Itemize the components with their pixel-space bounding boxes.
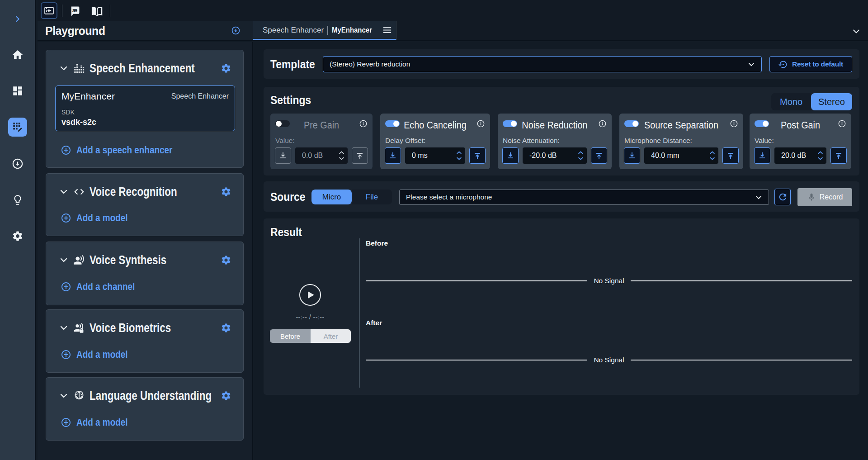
svg-text:æ: æ [72, 7, 78, 14]
